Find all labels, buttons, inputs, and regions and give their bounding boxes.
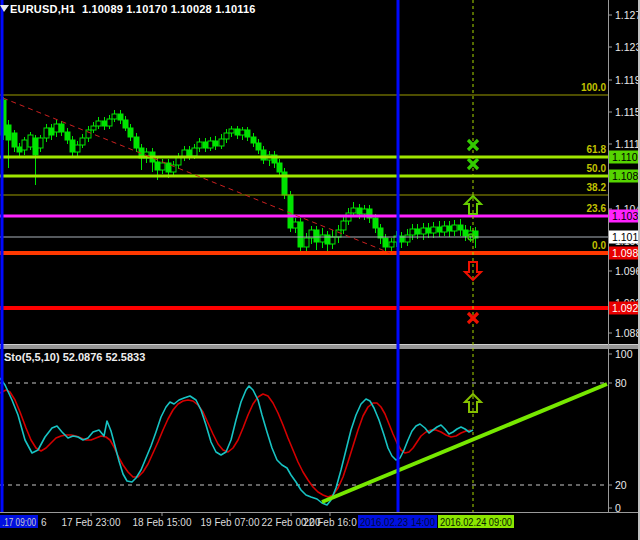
chart-symbol-title: EURUSD,H1 1.10089 1.10170 1.10028 1.1011… xyxy=(10,3,256,15)
svg-text:1.0963: 1.0963 xyxy=(615,265,640,277)
svg-text:1.1105: 1.1105 xyxy=(612,151,640,163)
svg-text:18 Feb 15:00: 18 Feb 15:00 xyxy=(133,517,192,528)
svg-text:0: 0 xyxy=(615,502,621,514)
svg-text:1.1272: 1.1272 xyxy=(615,9,640,21)
indicator-scale: 10080200 xyxy=(608,348,633,514)
svg-text:0.0: 0.0 xyxy=(592,240,606,251)
stochastic-indicator-label: Sto(5,5,10) 52.0876 52.5833 xyxy=(4,351,145,363)
svg-text:1.0989: 1.0989 xyxy=(612,247,640,259)
horizontal-levels: 100.061.850.038.223.60.0 xyxy=(0,82,608,308)
svg-text:1.1233: 1.1233 xyxy=(615,41,640,53)
svg-text:38.2: 38.2 xyxy=(587,182,607,193)
trading-terminal-window: 100.061.850.038.223.60.01.12721.12331.11… xyxy=(0,0,640,540)
panel-separator xyxy=(0,344,640,349)
svg-text:2016.02.23 14:00: 2016.02.23 14:00 xyxy=(360,517,435,528)
svg-text:1.1118: 1.1118 xyxy=(615,138,640,150)
svg-text:1.1195: 1.1195 xyxy=(615,74,640,86)
svg-text:1.0886: 1.0886 xyxy=(615,327,640,339)
price-axis: 1.12721.12331.11951.11561.11181.10791.10… xyxy=(608,0,640,512)
window-chrome xyxy=(0,0,640,540)
svg-text:23.6: 23.6 xyxy=(587,203,607,214)
svg-text:1.1156: 1.1156 xyxy=(615,106,640,118)
svg-text:80: 80 xyxy=(615,377,627,389)
price-chart-canvas[interactable]: 100.061.850.038.223.60.01.12721.12331.11… xyxy=(0,0,640,540)
svg-text:100: 100 xyxy=(615,348,633,360)
svg-text:6: 6 xyxy=(41,517,47,528)
svg-text:1.1085: 1.1085 xyxy=(612,170,640,182)
svg-text:19 Feb 07:00: 19 Feb 07:00 xyxy=(201,517,260,528)
svg-text:22 Feb 16:0: 22 Feb 16:0 xyxy=(303,517,357,528)
svg-text:20: 20 xyxy=(615,479,627,491)
time-axis: 17 Feb 23:0018 Feb 15:0019 Feb 07:0022 F… xyxy=(0,512,640,528)
svg-text:17 Feb 23:00: 17 Feb 23:00 xyxy=(62,517,121,528)
svg-text:1.0927: 1.0927 xyxy=(612,302,640,314)
svg-text:2016.02.24 09:00: 2016.02.24 09:00 xyxy=(440,517,512,528)
svg-text:1.1034: 1.1034 xyxy=(612,210,640,222)
svg-text:.17 09:00: .17 09:00 xyxy=(2,517,36,528)
svg-text:61.8: 61.8 xyxy=(587,144,607,155)
svg-text:1.1011: 1.1011 xyxy=(612,231,640,243)
svg-text:100.0: 100.0 xyxy=(581,82,606,93)
svg-text:50.0: 50.0 xyxy=(587,163,607,174)
stochastic-panel xyxy=(0,378,608,505)
